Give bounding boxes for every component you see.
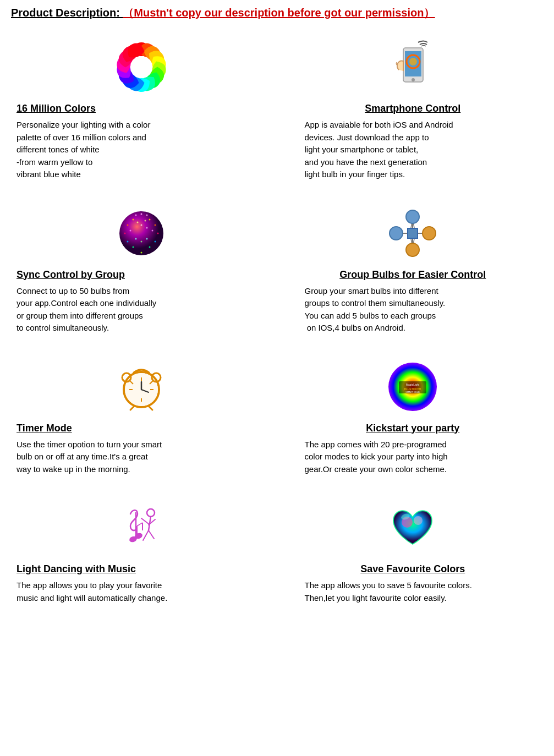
group-bulbs-title: Group Bulbs for Easier Control [294, 269, 533, 281]
svg-point-14 [157, 232, 158, 234]
colors-icon-area [17, 37, 266, 97]
svg-point-2 [412, 78, 415, 81]
svg-line-50 [130, 406, 134, 410]
timer-title: Timer Mode [17, 423, 72, 434]
svg-point-15 [127, 240, 128, 242]
svg-point-17 [132, 246, 134, 248]
color-wheel-icon [111, 37, 172, 97]
svg-line-66 [149, 530, 154, 539]
product-description-page: Product Description: （Mustn't copy our d… [0, 0, 554, 626]
svg-line-72 [137, 523, 142, 526]
group-bulbs-icon-area [294, 203, 533, 264]
feature-cell-timer: Timer Mode Use the timer opotion to turn… [11, 351, 277, 492]
svg-point-16 [154, 240, 156, 242]
music-text: The app allows you to play your favorite… [17, 579, 167, 604]
svg-point-25 [129, 229, 131, 231]
feature-cell-party: MagicLight BLUETOOTH SMART BULB Kickstar… [277, 351, 544, 492]
svg-point-4 [409, 58, 417, 65]
feature-cell-smartphone: Smartphone Control App is avaiable for b… [277, 31, 544, 198]
feature-cell-group-bulbs: Group Bulbs for Easier Control Group you… [277, 198, 544, 351]
svg-line-65 [143, 530, 149, 540]
svg-point-24 [151, 229, 153, 231]
svg-point-9 [132, 218, 134, 220]
colors-title: 16 Million Colors [17, 103, 96, 114]
smartphone-text: App is avaiable for both iOS and Android… [294, 119, 453, 181]
svg-point-41 [406, 243, 419, 256]
save-colors-text: The app allows you to save 5 favourite c… [294, 579, 472, 604]
svg-point-37 [390, 227, 403, 240]
party-colors-icon: MagicLight BLUETOOTH SMART BULB [382, 357, 443, 417]
features-grid: 16 Million Colors Personalize your light… [11, 31, 543, 621]
svg-point-20 [140, 224, 142, 226]
save-colors-title: Save Favourite Colors [294, 563, 533, 575]
svg-point-7 [146, 214, 147, 216]
svg-point-61 [147, 509, 155, 517]
svg-point-19 [140, 251, 142, 253]
feature-cell-music: Light Dancing with Music The app allows … [11, 492, 277, 621]
svg-point-8 [135, 214, 136, 216]
smartphone-title: Smartphone Control [294, 103, 533, 114]
timer-icon-area [17, 357, 266, 417]
smartphone-icon [382, 37, 443, 97]
music-title: Light Dancing with Music [17, 563, 136, 575]
feature-cell-save-colors: Save Favourite Colors The app allows you… [277, 492, 544, 621]
svg-text:SMART BULB: SMART BULB [406, 391, 420, 393]
svg-point-40 [406, 210, 419, 223]
svg-point-27 [146, 238, 147, 239]
music-icon-area [17, 497, 266, 558]
feature-cell-sync: Sync Control by Group Connect to up to 5… [11, 198, 277, 351]
colors-text: Personalize your lighting with a colorpa… [17, 119, 150, 181]
svg-point-18 [149, 246, 150, 248]
heart-colors-icon [382, 497, 443, 558]
feature-cell-colors: 16 Million Colors Personalize your light… [11, 31, 277, 198]
header-label: Product Description: [11, 7, 123, 19]
svg-point-12 [154, 224, 156, 226]
svg-point-13 [124, 232, 125, 234]
sync-group-icon [111, 203, 172, 264]
music-dance-icon [111, 497, 172, 558]
group-bulbs-text: Group your smart bulbs into differentgro… [294, 285, 446, 335]
timer-text: Use the timer opotion to turn your smart… [17, 439, 162, 476]
svg-point-28 [140, 240, 142, 242]
svg-line-51 [149, 406, 152, 410]
svg-rect-38 [408, 228, 418, 238]
svg-point-6 [140, 213, 142, 215]
sync-title: Sync Control by Group [17, 269, 125, 281]
svg-point-39 [423, 227, 436, 240]
page-header: Product Description: （Mustn't copy our d… [11, 6, 543, 20]
svg-point-10 [149, 218, 150, 220]
alarm-clock-icon [111, 357, 172, 417]
party-title: Kickstart your party [294, 423, 533, 434]
party-text: The app comes with 20 pre-programedcolor… [294, 439, 448, 476]
svg-point-5 [119, 211, 163, 255]
save-colors-icon-area [294, 497, 533, 558]
header-warning: （Mustn't copy our description before got… [123, 7, 435, 19]
smartphone-icon-area [294, 37, 533, 97]
group-nodes-icon [382, 203, 443, 264]
svg-point-11 [127, 224, 128, 226]
svg-point-22 [136, 221, 138, 223]
sync-text: Connect to up to 50 bulbs fromyour app.C… [17, 285, 156, 335]
party-icon-area: MagicLight BLUETOOTH SMART BULB [294, 357, 533, 417]
svg-point-26 [135, 238, 136, 239]
svg-point-21 [146, 227, 147, 228]
svg-text:MagicLight: MagicLight [406, 383, 420, 386]
svg-point-23 [144, 220, 146, 221]
sync-icon-area [17, 203, 266, 264]
svg-point-74 [414, 516, 423, 525]
